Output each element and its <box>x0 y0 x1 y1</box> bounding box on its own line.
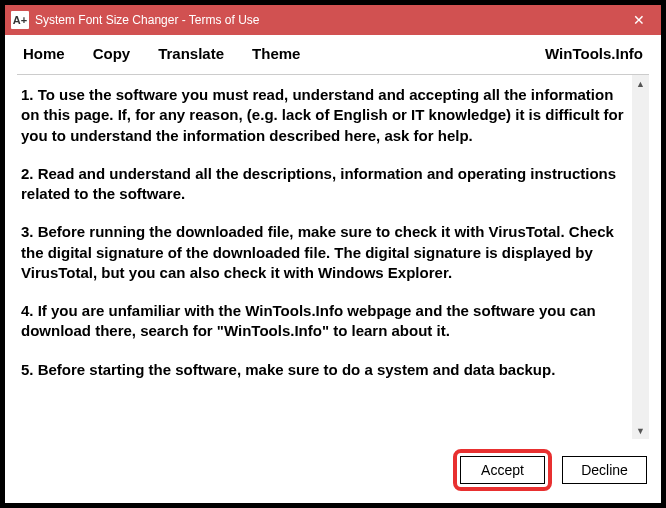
window-title: System Font Size Changer - Terms of Use <box>35 13 616 27</box>
brand-link[interactable]: WinTools.Info <box>545 45 643 62</box>
scrollbar[interactable]: ▲ ▼ <box>632 75 649 439</box>
menu-copy[interactable]: Copy <box>93 45 131 62</box>
scrollbar-track[interactable] <box>632 92 649 422</box>
scroll-up-icon[interactable]: ▲ <box>632 75 649 92</box>
scrollbar-thumb[interactable] <box>632 92 649 422</box>
accept-highlight: Accept <box>453 449 552 491</box>
terms-paragraph: 5. Before starting the software, make su… <box>21 360 626 380</box>
menu-translate[interactable]: Translate <box>158 45 224 62</box>
accept-button[interactable]: Accept <box>460 456 545 484</box>
terms-paragraph: 2. Read and understand all the descripti… <box>21 164 626 205</box>
menu-theme[interactable]: Theme <box>252 45 300 62</box>
terms-paragraph: 3. Before running the downloaded file, m… <box>21 222 626 283</box>
terms-text: 1. To use the software you must read, un… <box>17 75 632 439</box>
menubar: Home Copy Translate Theme WinTools.Info <box>5 35 661 70</box>
content-area: 1. To use the software you must read, un… <box>17 74 649 439</box>
app-icon: A+ <box>11 11 29 29</box>
scroll-down-icon[interactable]: ▼ <box>632 422 649 439</box>
decline-button[interactable]: Decline <box>562 456 647 484</box>
dialog-window: A+ System Font Size Changer - Terms of U… <box>0 0 666 508</box>
menu-home[interactable]: Home <box>23 45 65 62</box>
terms-paragraph: 4. If you are unfamiliar with the WinToo… <box>21 301 626 342</box>
close-icon[interactable]: ✕ <box>616 5 661 35</box>
titlebar: A+ System Font Size Changer - Terms of U… <box>5 5 661 35</box>
terms-paragraph: 1. To use the software you must read, un… <box>21 85 626 146</box>
footer: Accept Decline <box>5 439 661 503</box>
